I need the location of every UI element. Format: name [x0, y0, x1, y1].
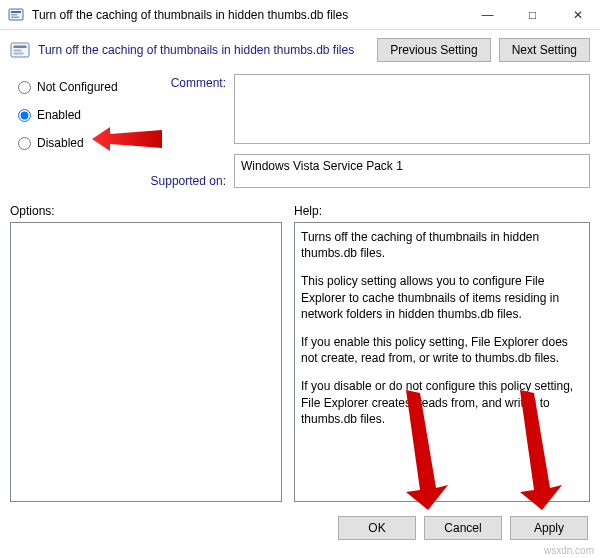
help-paragraph: If you enable this policy setting, File …: [301, 334, 583, 366]
radio-not-configured-input[interactable]: [18, 81, 31, 94]
policy-icon: [10, 40, 30, 60]
options-column: Options:: [10, 204, 282, 502]
options-panel[interactable]: [10, 222, 282, 502]
window-title: Turn off the caching of thumbnails in hi…: [32, 8, 465, 22]
radio-enabled-input[interactable]: [18, 109, 31, 122]
options-label: Options:: [10, 204, 282, 218]
cancel-button[interactable]: Cancel: [424, 516, 502, 540]
next-setting-button[interactable]: Next Setting: [499, 38, 590, 62]
svg-rect-2: [11, 14, 17, 16]
radio-disabled[interactable]: Disabled: [18, 136, 138, 150]
close-button[interactable]: ✕: [555, 0, 600, 29]
maximize-button[interactable]: □: [510, 0, 555, 29]
radio-disabled-input[interactable]: [18, 137, 31, 150]
comment-textarea[interactable]: [234, 74, 590, 144]
supported-on-box: Windows Vista Service Pack 1: [234, 154, 590, 188]
titlebar: Turn off the caching of thumbnails in hi…: [0, 0, 600, 30]
app-icon: [8, 7, 24, 23]
label-column: Comment: Supported on:: [146, 74, 226, 188]
radio-enabled-label: Enabled: [37, 108, 81, 122]
radio-disabled-label: Disabled: [37, 136, 84, 150]
watermark: wsxdn.com: [544, 545, 594, 556]
settings-section: Not Configured Enabled Disabled Comment:…: [0, 70, 600, 196]
radio-not-configured[interactable]: Not Configured: [18, 80, 138, 94]
svg-rect-1: [11, 11, 21, 13]
radio-enabled[interactable]: Enabled: [18, 108, 138, 122]
help-paragraph: Turns off the caching of thumbnails in h…: [301, 229, 583, 261]
svg-rect-5: [14, 46, 27, 49]
svg-rect-6: [14, 50, 22, 52]
radio-not-configured-label: Not Configured: [37, 80, 118, 94]
header-row: Turn off the caching of thumbnails in hi…: [0, 30, 600, 70]
field-column: Windows Vista Service Pack 1: [234, 74, 590, 188]
window-controls: — □ ✕: [465, 0, 600, 29]
apply-button[interactable]: Apply: [510, 516, 588, 540]
svg-rect-3: [11, 16, 19, 18]
help-panel[interactable]: Turns off the caching of thumbnails in h…: [294, 222, 590, 502]
minimize-button[interactable]: —: [465, 0, 510, 29]
help-paragraph: This policy setting allows you to config…: [301, 273, 583, 322]
comment-label: Comment:: [171, 76, 226, 90]
previous-setting-button[interactable]: Previous Setting: [377, 38, 490, 62]
help-column: Help: Turns off the caching of thumbnail…: [294, 204, 590, 502]
svg-rect-7: [14, 53, 24, 55]
help-label: Help:: [294, 204, 590, 218]
supported-label: Supported on:: [151, 174, 226, 188]
ok-button[interactable]: OK: [338, 516, 416, 540]
header-subtitle: Turn off the caching of thumbnails in hi…: [38, 43, 369, 57]
radio-group: Not Configured Enabled Disabled: [18, 74, 138, 188]
footer-buttons: OK Cancel Apply: [338, 516, 588, 540]
help-paragraph: If you disable or do not configure this …: [301, 378, 583, 427]
columns: Options: Help: Turns off the caching of …: [0, 196, 600, 502]
